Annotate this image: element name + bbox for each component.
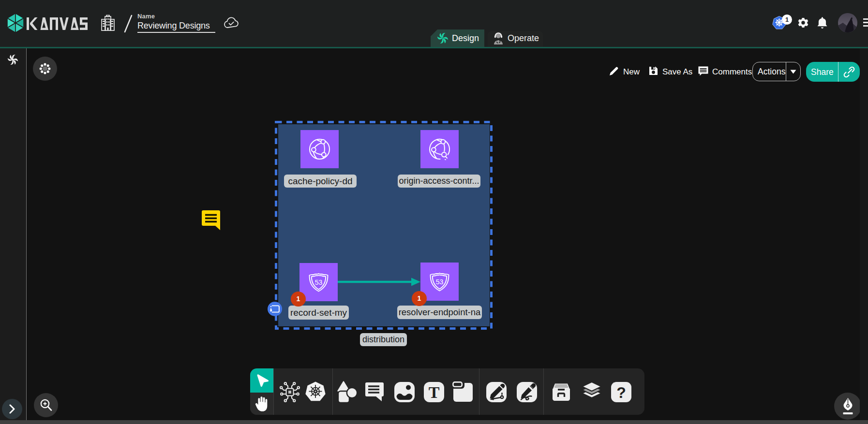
svg-text:T: T — [429, 383, 440, 401]
svg-text:?: ? — [616, 384, 626, 401]
svg-text:53: 53 — [315, 278, 323, 286]
svg-text:53: 53 — [436, 278, 444, 286]
